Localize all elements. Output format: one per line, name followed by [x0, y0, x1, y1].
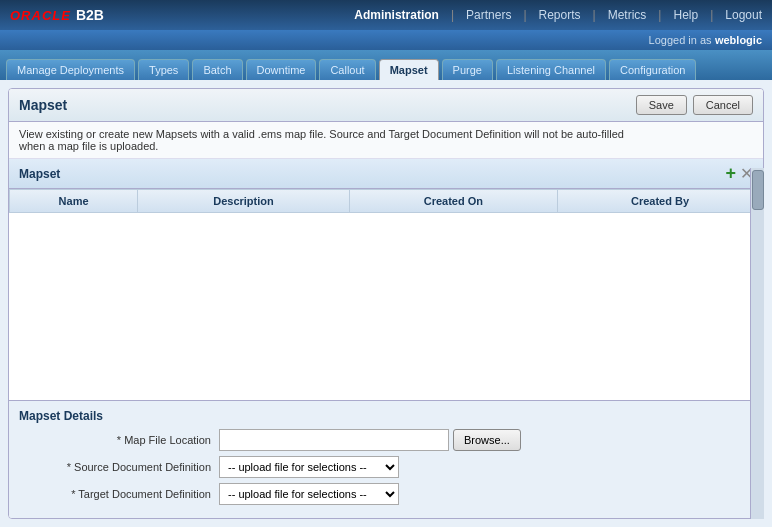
logged-in-label: Logged in as [649, 34, 712, 46]
col-name: Name [10, 190, 138, 213]
nav-logout[interactable]: Logout [725, 8, 762, 22]
mapset-table-container[interactable]: Name Description Created On Created By [9, 189, 763, 400]
cancel-button[interactable]: Cancel [693, 95, 753, 115]
b2b-logo: B2B [76, 7, 104, 23]
add-mapset-icon[interactable]: + [725, 163, 736, 184]
source-doc-label: * Source Document Definition [19, 461, 219, 473]
nav-metrics[interactable]: Metrics [608, 8, 647, 22]
panel-buttons: Save Cancel [636, 95, 753, 115]
nav-administration[interactable]: Administration [354, 8, 439, 22]
tab-types[interactable]: Types [138, 59, 189, 80]
source-doc-select[interactable]: -- upload file for selections -- [219, 456, 399, 478]
panel-header: Mapset Save Cancel [9, 89, 763, 122]
map-file-label: * Map File Location [19, 434, 219, 446]
tab-mapset[interactable]: Mapset [379, 59, 439, 80]
col-description: Description [138, 190, 350, 213]
main-content: Mapset Save Cancel View existing or crea… [0, 80, 772, 527]
target-doc-select[interactable]: -- upload file for selections -- [219, 483, 399, 505]
tab-purge[interactable]: Purge [442, 59, 493, 80]
desc-line1: View existing or create new Mapsets with… [19, 128, 753, 140]
mapset-section-header: Mapset + ✕ [9, 159, 763, 189]
username-display: weblogic [715, 34, 762, 46]
browse-button[interactable]: Browse... [453, 429, 521, 451]
tab-downtime[interactable]: Downtime [246, 59, 317, 80]
tab-batch[interactable]: Batch [192, 59, 242, 80]
save-button[interactable]: Save [636, 95, 687, 115]
mapset-section-label: Mapset [19, 167, 60, 181]
nav-help[interactable]: Help [673, 8, 698, 22]
target-doc-row: * Target Document Definition -- upload f… [19, 483, 753, 505]
nav-reports[interactable]: Reports [539, 8, 581, 22]
mapset-details-title: Mapset Details [19, 409, 753, 423]
oracle-logo: ORACLE [10, 8, 71, 23]
col-created-by: Created By [558, 190, 763, 213]
tab-configuration[interactable]: Configuration [609, 59, 696, 80]
panel-wrapper: Mapset Save Cancel View existing or crea… [8, 88, 764, 519]
main-panel: Mapset Save Cancel View existing or crea… [8, 88, 764, 519]
mapset-table: Name Description Created On Created By [9, 189, 763, 213]
vertical-scrollbar[interactable] [750, 168, 764, 519]
nav-partners[interactable]: Partners [466, 8, 511, 22]
source-doc-row: * Source Document Definition -- upload f… [19, 456, 753, 478]
header-navigation: Administration | Partners | Reports | Me… [354, 8, 762, 22]
mapset-actions: + ✕ [725, 163, 753, 184]
target-doc-label: * Target Document Definition [19, 488, 219, 500]
tabs-bar: Manage Deployments Types Batch Downtime … [0, 50, 772, 80]
panel-description: View existing or create new Mapsets with… [9, 122, 763, 159]
tab-listening-channel[interactable]: Listening Channel [496, 59, 606, 80]
logged-in-bar: Logged in as weblogic [0, 30, 772, 50]
desc-line2: when a map file is uploaded. [19, 140, 753, 152]
app-header: ORACLE B2B Administration | Partners | R… [0, 0, 772, 30]
map-file-input[interactable] [219, 429, 449, 451]
panel-title: Mapset [19, 97, 67, 113]
tab-callout[interactable]: Callout [319, 59, 375, 80]
scrollbar-thumb[interactable] [752, 170, 764, 210]
tab-manage-deployments[interactable]: Manage Deployments [6, 59, 135, 80]
mapset-details-section: Mapset Details * Map File Location Brows… [9, 400, 763, 518]
col-created-on: Created On [349, 190, 557, 213]
mapset-section: Mapset + ✕ Name Description Created On [9, 159, 763, 518]
map-file-row: * Map File Location Browse... [19, 429, 753, 451]
logo-area: ORACLE B2B [10, 7, 104, 23]
